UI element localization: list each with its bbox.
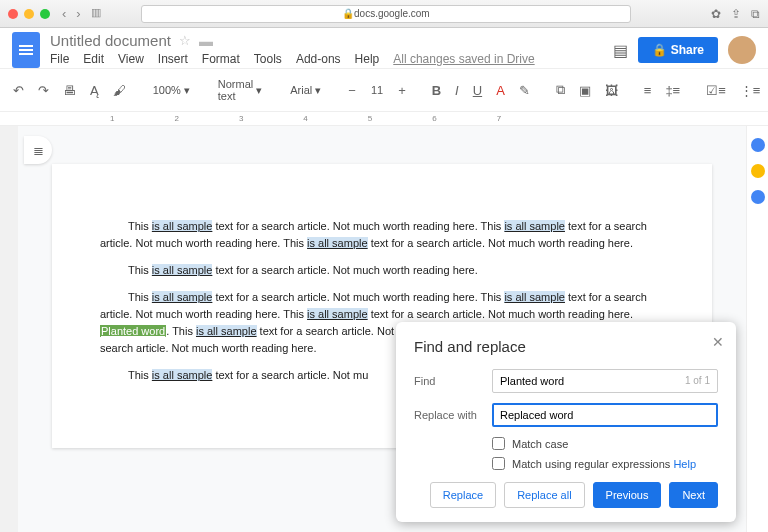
replace-label: Replace with xyxy=(414,409,492,421)
text-color-icon[interactable]: A xyxy=(493,81,508,100)
find-label: Find xyxy=(414,375,492,387)
comments-icon[interactable]: ▤ xyxy=(613,41,628,60)
close-icon[interactable]: ✕ xyxy=(712,334,724,350)
find-replace-dialog: ✕ Find and replace Find Planted word 1 o… xyxy=(396,322,736,522)
paragraph: This is all sample text for a search art… xyxy=(100,218,664,252)
side-panel xyxy=(746,126,768,532)
undo-icon[interactable]: ↶ xyxy=(10,81,27,100)
italic-icon[interactable]: I xyxy=(452,81,462,100)
redo-icon[interactable]: ↷ xyxy=(35,81,52,100)
replace-all-button[interactable]: Replace all xyxy=(504,482,584,508)
menu-tools[interactable]: Tools xyxy=(254,52,282,66)
folder-icon[interactable]: ▬ xyxy=(199,33,213,49)
highlight-icon[interactable]: ✎ xyxy=(516,81,533,100)
underline-icon[interactable]: U xyxy=(470,81,485,100)
style-select[interactable]: Normal text ▾ xyxy=(214,78,266,102)
font-size[interactable]: 11 xyxy=(367,84,387,96)
previous-button[interactable]: Previous xyxy=(593,482,662,508)
find-input[interactable]: Planted word 1 of 1 xyxy=(492,369,718,393)
close-window-icon[interactable] xyxy=(8,9,18,19)
app-header: Untitled document ☆ ▬ File Edit View Ins… xyxy=(0,28,768,68)
search-match-highlight: Planted word xyxy=(100,325,166,337)
save-status[interactable]: All changes saved in Drive xyxy=(393,52,534,66)
star-icon[interactable]: ☆ xyxy=(179,33,191,48)
window-controls xyxy=(8,9,50,19)
help-link[interactable]: Help xyxy=(673,458,696,470)
bold-icon[interactable]: B xyxy=(429,81,444,100)
back-icon[interactable]: ‹ xyxy=(62,6,66,21)
font-size-inc[interactable]: + xyxy=(395,81,409,100)
menu-help[interactable]: Help xyxy=(355,52,380,66)
share-label: Share xyxy=(671,43,704,57)
minimize-window-icon[interactable] xyxy=(24,9,34,19)
sidebar-icon[interactable]: ▥ xyxy=(91,6,101,21)
outline-toggle-icon[interactable]: ≣ xyxy=(24,136,52,164)
paragraph: This is all sample text for a search art… xyxy=(100,262,664,279)
tasks-icon[interactable] xyxy=(751,190,765,204)
match-case-checkbox[interactable] xyxy=(492,437,505,450)
menu-edit[interactable]: Edit xyxy=(83,52,104,66)
checklist-icon[interactable]: ☑≡ xyxy=(703,81,729,100)
bulleted-list-icon[interactable]: ⋮≡ xyxy=(737,81,764,100)
menu-bar: File Edit View Insert Format Tools Add-o… xyxy=(50,52,613,66)
keep-icon[interactable] xyxy=(751,164,765,178)
menu-addons[interactable]: Add-ons xyxy=(296,52,341,66)
image-icon[interactable]: 🖼 xyxy=(602,81,621,100)
replace-button[interactable]: Replace xyxy=(430,482,496,508)
font-size-dec[interactable]: − xyxy=(345,81,359,100)
lock-icon: 🔒 xyxy=(342,8,354,19)
menu-format[interactable]: Format xyxy=(202,52,240,66)
zoom-select[interactable]: 100% ▾ xyxy=(149,84,194,97)
spellcheck-icon[interactable]: Ą xyxy=(87,81,102,100)
ruler: 1234567 xyxy=(0,112,768,126)
align-icon[interactable]: ≡ xyxy=(641,81,655,100)
docs-logo-icon[interactable] xyxy=(12,32,40,68)
maximize-window-icon[interactable] xyxy=(40,9,50,19)
url-bar[interactable]: 🔒 docs.google.com xyxy=(141,5,631,23)
browser-chrome: ‹ › ▥ 🔒 docs.google.com ✿ ⇪ ⧉ xyxy=(0,0,768,28)
print-icon[interactable]: 🖶 xyxy=(60,81,79,100)
paint-format-icon[interactable]: 🖌 xyxy=(110,81,129,100)
match-regex-checkbox[interactable] xyxy=(492,457,505,470)
url-text: docs.google.com xyxy=(354,8,430,19)
share-button[interactable]: 🔒 Share xyxy=(638,37,718,63)
comment-icon[interactable]: ▣ xyxy=(576,81,594,100)
match-case-label: Match case xyxy=(512,438,568,450)
toolbar: ↶ ↷ 🖶 Ą 🖌 100% ▾ Normal text ▾ Arial ▾ −… xyxy=(0,68,768,112)
forward-icon[interactable]: › xyxy=(76,6,80,21)
menu-insert[interactable]: Insert xyxy=(158,52,188,66)
line-spacing-icon[interactable]: ‡≡ xyxy=(662,81,683,100)
share-os-icon[interactable]: ⇪ xyxy=(731,7,741,21)
lock-icon: 🔒 xyxy=(652,43,667,57)
replace-input[interactable]: Replaced word xyxy=(492,403,718,427)
gear-icon[interactable]: ✿ xyxy=(711,7,721,21)
next-button[interactable]: Next xyxy=(669,482,718,508)
menu-file[interactable]: File xyxy=(50,52,69,66)
document-title[interactable]: Untitled document xyxy=(50,32,171,49)
dialog-title: Find and replace xyxy=(414,338,718,355)
calendar-icon[interactable] xyxy=(751,138,765,152)
tabs-icon[interactable]: ⧉ xyxy=(751,7,760,21)
link-icon[interactable]: ⧉ xyxy=(553,80,568,100)
avatar[interactable] xyxy=(728,36,756,64)
find-count: 1 of 1 xyxy=(685,375,710,387)
menu-view[interactable]: View xyxy=(118,52,144,66)
font-select[interactable]: Arial ▾ xyxy=(286,84,325,97)
match-regex-label: Match using regular expressions Help xyxy=(512,458,696,470)
